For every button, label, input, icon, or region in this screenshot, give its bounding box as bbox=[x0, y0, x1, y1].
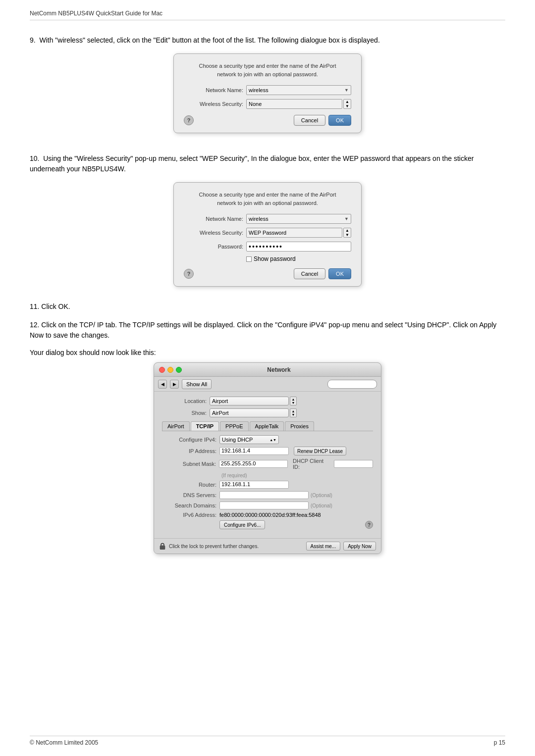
forward-button[interactable]: ▶ bbox=[170, 380, 179, 389]
step-10-block: 10. Using the "Wireless Security" pop-up… bbox=[30, 153, 505, 287]
show-stepper[interactable]: ▲ ▼ bbox=[290, 408, 297, 417]
subnet-dhcp-row: Subnet Mask: 255.255.255.0 DHCP Client I… bbox=[162, 458, 373, 470]
step-12-your-dialog-text: Your dialog box should now look like thi… bbox=[30, 349, 505, 356]
network-help-button[interactable]: ? bbox=[365, 521, 373, 529]
step-9-wireless-security-row: Wireless Security: None ▲ ▼ bbox=[184, 99, 351, 109]
step-10-show-password-label: Show password bbox=[254, 255, 296, 262]
step-10-dialog-footer: ? Cancel OK bbox=[184, 268, 351, 279]
step-10-description: Using the "Wireless Security" pop-up men… bbox=[30, 154, 474, 173]
step-10-dialog: Choose a security type and enter the nam… bbox=[173, 182, 362, 287]
renew-dhcp-button[interactable]: Renew DHCP Lease bbox=[294, 447, 346, 455]
step-10-security-stepper[interactable]: ▲ ▼ bbox=[343, 228, 351, 238]
step-10-network-name-input[interactable]: wireless ▼ bbox=[246, 214, 351, 224]
search-input[interactable] bbox=[327, 380, 377, 389]
dns-servers-label: DNS Servers: bbox=[162, 492, 216, 498]
search-domains-label: Search Domains: bbox=[162, 503, 216, 508]
configure-ipv4-select[interactable]: Using DHCP ▲▼ bbox=[219, 435, 279, 444]
search-optional-label: (Optional) bbox=[311, 503, 332, 508]
network-dialog-title: Network bbox=[182, 366, 376, 373]
page-container: NetComm NB5PLUS4W QuickStart Guide for M… bbox=[0, 0, 535, 756]
step-10-wireless-security-row: Wireless Security: WEP Password ▲ ▼ bbox=[184, 228, 351, 238]
step-9-cancel-button[interactable]: Cancel bbox=[294, 115, 325, 126]
tab-proxies[interactable]: Proxies bbox=[285, 421, 314, 431]
apply-now-button[interactable]: Apply Now bbox=[343, 542, 376, 551]
tab-appletalk[interactable]: AppleTalk bbox=[250, 421, 284, 431]
step-9-security-stepper[interactable]: ▲ ▼ bbox=[343, 99, 351, 109]
titlebar-window-controls bbox=[159, 367, 182, 373]
tabs-row: AirPort TCP/IP PPPoE AppleTalk Proxies bbox=[162, 421, 373, 431]
page-header: NetComm NB5PLUS4W QuickStart Guide for M… bbox=[30, 10, 505, 20]
step-9-help-button[interactable]: ? bbox=[184, 115, 194, 125]
step-10-network-dropdown-arrow: ▼ bbox=[344, 216, 349, 221]
tab-pppoe[interactable]: PPPoE bbox=[220, 421, 248, 431]
configure-ipv4-label: Configure IPv4: bbox=[162, 437, 216, 443]
show-label: Show: bbox=[162, 410, 207, 416]
step-9-network-name-label: Network Name: bbox=[184, 87, 243, 93]
network-titlebar: Network bbox=[154, 363, 381, 377]
step-11-block: 11. Click OK. bbox=[30, 302, 505, 312]
step-9-ok-button[interactable]: OK bbox=[328, 115, 351, 126]
ip-address-row: IP Address: 192.168.1.4 Renew DHCP Lease bbox=[162, 447, 373, 455]
show-select[interactable]: AirPort bbox=[210, 408, 289, 417]
subnet-mask-input: 255.255.255.0 bbox=[219, 460, 288, 468]
maximize-window-button[interactable] bbox=[176, 367, 182, 373]
dhcp-client-id-input[interactable] bbox=[334, 460, 373, 468]
subnet-mask-label: Subnet Mask: bbox=[162, 461, 216, 467]
step-10-wireless-security-select[interactable]: WEP Password bbox=[246, 228, 342, 238]
step-9-network-name-input[interactable]: wireless ▼ bbox=[246, 85, 351, 95]
search-domains-input[interactable] bbox=[219, 502, 309, 509]
show-all-button[interactable]: Show All bbox=[182, 379, 212, 389]
step-10-ok-button[interactable]: OK bbox=[328, 268, 351, 279]
step-10-cancel-button[interactable]: Cancel bbox=[294, 268, 325, 279]
step-10-show-password-checkbox[interactable] bbox=[246, 256, 252, 262]
step-10-password-row: Password: •••••••••• bbox=[184, 242, 351, 252]
close-window-button[interactable] bbox=[159, 367, 165, 373]
step-10-password-input[interactable]: •••••••••• bbox=[246, 242, 351, 252]
step-9-block: 9. With "wireless" selected, click on th… bbox=[30, 35, 505, 133]
configure-ipv4-row: Configure IPv4: Using DHCP ▲▼ bbox=[162, 435, 373, 444]
step-10-password-label: Password: bbox=[184, 244, 243, 250]
location-select[interactable]: Airport bbox=[210, 397, 289, 405]
step-9-text: 9. With "wireless" selected, click on th… bbox=[30, 35, 505, 46]
dns-servers-input[interactable] bbox=[219, 491, 309, 499]
tab-tcpip[interactable]: TCP/IP bbox=[191, 421, 219, 431]
network-body: Location: Airport ▲ ▼ Show: AirPort bbox=[154, 392, 381, 538]
ip-address-input: 192.168.1.4 bbox=[219, 447, 289, 455]
step-9-dialog-footer: ? Cancel OK bbox=[184, 115, 351, 126]
back-button[interactable]: ◀ bbox=[158, 380, 167, 389]
lock-icon[interactable] bbox=[159, 543, 166, 550]
step-10-help-button[interactable]: ? bbox=[184, 269, 194, 279]
step-10-buttons: Cancel OK bbox=[294, 268, 351, 279]
renew-dhcp-container: Renew DHCP Lease bbox=[294, 447, 346, 455]
step-11-text: 11. Click OK. bbox=[30, 302, 505, 312]
step-10-number: 10. bbox=[30, 154, 39, 162]
step-10-dialog-title: Choose a security type and enter the nam… bbox=[184, 191, 351, 207]
footer-copyright: © NetComm Limited 2005 bbox=[30, 739, 98, 746]
step-9-wireless-security-select[interactable]: None bbox=[246, 99, 342, 109]
show-row: Show: AirPort ▲ ▼ bbox=[162, 408, 373, 417]
if-required-text: (If required) bbox=[219, 472, 373, 478]
step-10-network-name-row: Network Name: wireless ▼ bbox=[184, 214, 351, 224]
ipv6-address-label: IPv6 Address: bbox=[162, 512, 216, 518]
footer-page-number: p 15 bbox=[494, 739, 505, 746]
step-9-dialog-title: Choose a security type and enter the nam… bbox=[184, 62, 351, 78]
assist-me-button[interactable]: Assist me... bbox=[306, 542, 341, 551]
header-title: NetComm NB5PLUS4W QuickStart Guide for M… bbox=[30, 10, 162, 17]
router-row: Router: 192.168.1.1 bbox=[162, 481, 373, 489]
step-10-text: 10. Using the "Wireless Security" pop-up… bbox=[30, 153, 505, 174]
configure-ipv6-button[interactable]: Configure IPv6... bbox=[219, 520, 265, 529]
footer-lock-text: Click the lock to prevent further change… bbox=[169, 544, 303, 549]
step-10-dialog-container: Choose a security type and enter the nam… bbox=[173, 182, 362, 287]
location-row: Location: Airport ▲ ▼ bbox=[162, 397, 373, 405]
location-stepper[interactable]: ▲ ▼ bbox=[290, 397, 297, 405]
configure-ipv6-row: Configure IPv6... ? bbox=[219, 520, 373, 529]
network-toolbar: ◀ ▶ Show All bbox=[154, 377, 381, 392]
ipv6-address-value: fe80:0000:0000:0000:020d:93ff:feea:5848 bbox=[219, 512, 321, 518]
svg-rect-0 bbox=[160, 546, 165, 550]
ip-address-label: IP Address: bbox=[162, 448, 216, 454]
tab-airport[interactable]: AirPort bbox=[162, 421, 190, 431]
step-12-text: 12. Click on the TCP/ IP tab. The TCP/IP… bbox=[30, 320, 505, 341]
step-9-number: 9. bbox=[30, 36, 36, 44]
minimize-window-button[interactable] bbox=[167, 367, 173, 373]
ipv6-address-row: IPv6 Address: fe80:0000:0000:0000:020d:9… bbox=[162, 512, 373, 518]
